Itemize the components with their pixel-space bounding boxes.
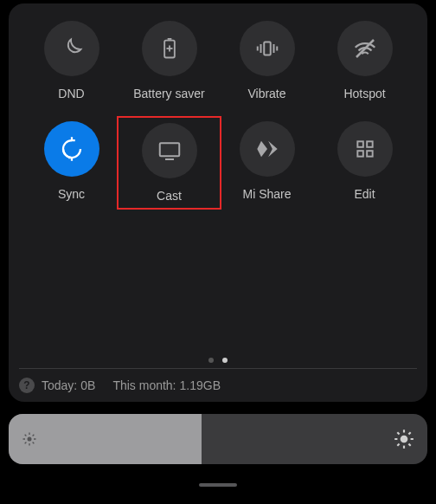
brightness-slider[interactable] <box>9 414 427 464</box>
svg-line-32 <box>397 443 399 445</box>
svg-rect-14 <box>357 151 363 157</box>
help-icon: ? <box>19 378 35 393</box>
svg-rect-13 <box>367 141 373 147</box>
svg-rect-10 <box>159 143 179 156</box>
svg-line-31 <box>408 443 410 445</box>
battery-plus-icon <box>142 21 197 76</box>
svg-line-24 <box>33 435 35 436</box>
usage-month-label: This month: <box>112 378 176 392</box>
svg-line-21 <box>25 435 27 436</box>
svg-point-16 <box>28 437 32 442</box>
tile-mi-share[interactable]: Mi Share <box>221 121 312 203</box>
brightness-high-icon <box>393 428 415 450</box>
tile-vibrate[interactable]: Vibrate <box>221 21 312 100</box>
usage-today-label: Today: <box>42 378 77 392</box>
tile-edit[interactable]: Edit <box>319 121 410 203</box>
cast-icon <box>142 123 197 178</box>
page-dot-1[interactable] <box>208 358 214 363</box>
usage-month-value: 1.19GB <box>180 378 221 392</box>
data-usage-row[interactable]: ? Today: 0B This month: 1.19GB <box>19 368 417 393</box>
tile-dnd[interactable]: DND <box>26 21 117 100</box>
highlight-box: Cast <box>117 116 221 210</box>
tile-label: Sync <box>58 187 85 201</box>
tile-label: Cast <box>157 189 182 203</box>
tile-sync[interactable]: Sync <box>26 121 117 203</box>
navigation-handle[interactable] <box>199 483 237 487</box>
tile-grid: DND Battery saver <box>19 21 417 203</box>
hotspot-icon <box>337 21 393 76</box>
tile-battery-saver[interactable]: Battery saver <box>124 21 215 100</box>
svg-line-33 <box>408 432 410 434</box>
tile-hotspot[interactable]: Hotspot <box>319 21 410 100</box>
svg-rect-15 <box>367 151 373 157</box>
tile-label: Hotspot <box>343 87 385 100</box>
tile-label: Vibrate <box>247 87 285 100</box>
mi-share-icon <box>240 121 295 177</box>
tile-cast[interactable]: Cast <box>125 123 213 203</box>
svg-line-22 <box>33 443 35 444</box>
moon-icon <box>44 21 99 76</box>
quick-settings-panel: DND Battery saver <box>9 3 427 402</box>
sync-icon <box>44 121 99 177</box>
tile-label: Edit <box>354 187 375 201</box>
tile-label: Battery saver <box>133 87 204 100</box>
brightness-low-icon <box>21 430 38 448</box>
page-dot-2[interactable] <box>222 358 228 363</box>
svg-line-23 <box>25 443 27 444</box>
svg-line-30 <box>397 432 399 434</box>
grid-icon <box>337 121 393 177</box>
tile-label: DND <box>58 87 84 100</box>
svg-point-25 <box>401 436 408 443</box>
tile-label: Mi Share <box>242 187 291 201</box>
vibrate-icon <box>240 21 295 76</box>
usage-today-value: 0B <box>80 378 95 392</box>
pagination-dots <box>19 358 417 368</box>
svg-rect-4 <box>264 42 271 55</box>
svg-rect-12 <box>357 141 363 147</box>
tiles-area: DND Battery saver <box>19 21 417 358</box>
